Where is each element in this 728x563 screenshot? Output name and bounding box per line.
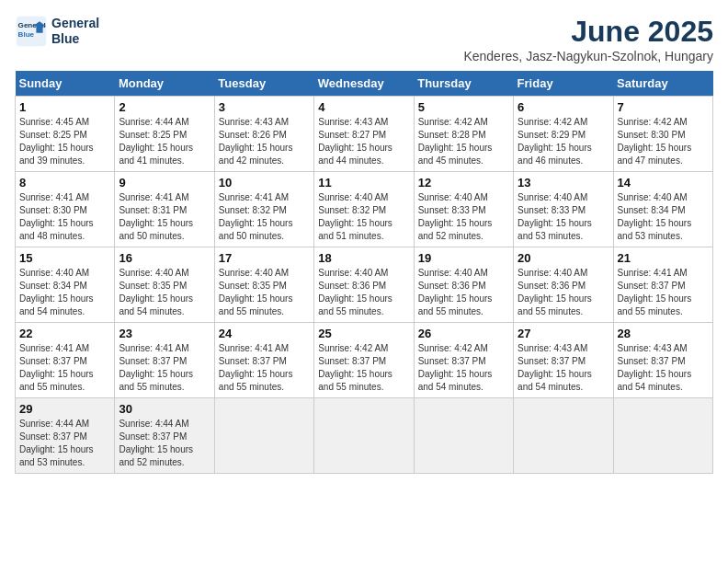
calendar-week-row: 15Sunrise: 4:40 AM Sunset: 8:34 PM Dayli… bbox=[16, 247, 713, 323]
day-number: 17 bbox=[219, 251, 310, 265]
day-number: 5 bbox=[418, 100, 509, 114]
day-number: 23 bbox=[119, 327, 210, 340]
calendar-day-cell: 25Sunrise: 4:42 AM Sunset: 8:37 PM Dayli… bbox=[314, 323, 414, 398]
calendar-day-cell: 24Sunrise: 4:41 AM Sunset: 8:37 PM Dayli… bbox=[214, 323, 313, 398]
weekday-header-sunday: Sunday bbox=[16, 71, 115, 97]
calendar-day-cell: 3Sunrise: 4:43 AM Sunset: 8:26 PM Daylig… bbox=[214, 97, 313, 172]
calendar-day-cell: 9Sunrise: 4:41 AM Sunset: 8:31 PM Daylig… bbox=[115, 172, 214, 247]
calendar-day-cell: 15Sunrise: 4:40 AM Sunset: 8:34 PM Dayli… bbox=[16, 247, 115, 323]
day-info: Sunrise: 4:41 AM Sunset: 8:37 PM Dayligh… bbox=[219, 342, 310, 394]
day-info: Sunrise: 4:40 AM Sunset: 8:34 PM Dayligh… bbox=[19, 267, 110, 318]
weekday-header-tuesday: Tuesday bbox=[214, 71, 313, 97]
day-number: 14 bbox=[618, 176, 709, 190]
calendar-day-cell: 27Sunrise: 4:43 AM Sunset: 8:37 PM Dayli… bbox=[514, 323, 613, 398]
day-info: Sunrise: 4:40 AM Sunset: 8:35 PM Dayligh… bbox=[219, 267, 310, 318]
day-info: Sunrise: 4:41 AM Sunset: 8:32 PM Dayligh… bbox=[219, 191, 310, 243]
day-info: Sunrise: 4:41 AM Sunset: 8:37 PM Dayligh… bbox=[618, 267, 709, 318]
day-info: Sunrise: 4:44 AM Sunset: 8:37 PM Dayligh… bbox=[19, 418, 110, 469]
calendar-day-cell: 8Sunrise: 4:41 AM Sunset: 8:30 PM Daylig… bbox=[16, 172, 115, 247]
day-number: 13 bbox=[518, 176, 609, 190]
day-info: Sunrise: 4:40 AM Sunset: 8:36 PM Dayligh… bbox=[518, 267, 609, 318]
day-number: 7 bbox=[618, 100, 709, 114]
day-number: 24 bbox=[219, 327, 310, 340]
day-info: Sunrise: 4:42 AM Sunset: 8:28 PM Dayligh… bbox=[418, 116, 509, 167]
day-info: Sunrise: 4:44 AM Sunset: 8:37 PM Dayligh… bbox=[119, 418, 210, 469]
day-info: Sunrise: 4:40 AM Sunset: 8:35 PM Dayligh… bbox=[119, 267, 210, 318]
day-number: 26 bbox=[418, 327, 509, 340]
day-number: 30 bbox=[119, 402, 210, 416]
weekday-header-monday: Monday bbox=[115, 71, 214, 97]
svg-text:Blue: Blue bbox=[18, 30, 35, 39]
day-info: Sunrise: 4:43 AM Sunset: 8:27 PM Dayligh… bbox=[318, 116, 409, 167]
calendar-day-cell: 7Sunrise: 4:42 AM Sunset: 8:30 PM Daylig… bbox=[613, 97, 712, 172]
day-number: 10 bbox=[219, 176, 310, 190]
header: General Blue General Blue June 2025 Kend… bbox=[15, 15, 713, 63]
calendar-day-cell: 13Sunrise: 4:40 AM Sunset: 8:33 PM Dayli… bbox=[514, 172, 613, 247]
calendar-day-cell: 16Sunrise: 4:40 AM Sunset: 8:35 PM Dayli… bbox=[115, 247, 214, 323]
day-number: 16 bbox=[119, 251, 210, 265]
month-title: June 2025 bbox=[463, 15, 713, 49]
logo-text: General Blue bbox=[51, 16, 99, 47]
calendar-day-cell: 10Sunrise: 4:41 AM Sunset: 8:32 PM Dayli… bbox=[214, 172, 313, 247]
day-info: Sunrise: 4:42 AM Sunset: 8:37 PM Dayligh… bbox=[418, 342, 509, 394]
calendar-day-cell: 22Sunrise: 4:41 AM Sunset: 8:37 PM Dayli… bbox=[16, 323, 115, 398]
day-info: Sunrise: 4:42 AM Sunset: 8:30 PM Dayligh… bbox=[618, 116, 709, 167]
day-number: 27 bbox=[518, 327, 609, 340]
calendar-day-cell: 2Sunrise: 4:44 AM Sunset: 8:25 PM Daylig… bbox=[115, 97, 214, 172]
title-area: June 2025 Kenderes, Jasz-Nagykun-Szolnok… bbox=[463, 15, 713, 63]
calendar-week-row: 1Sunrise: 4:45 AM Sunset: 8:25 PM Daylig… bbox=[16, 97, 713, 172]
calendar-day-cell: 20Sunrise: 4:40 AM Sunset: 8:36 PM Dayli… bbox=[514, 247, 613, 323]
calendar-day-cell: 11Sunrise: 4:40 AM Sunset: 8:32 PM Dayli… bbox=[314, 172, 414, 247]
day-info: Sunrise: 4:40 AM Sunset: 8:33 PM Dayligh… bbox=[418, 191, 509, 243]
day-info: Sunrise: 4:41 AM Sunset: 8:37 PM Dayligh… bbox=[119, 342, 210, 394]
day-number: 19 bbox=[418, 251, 509, 265]
calendar-day-cell: 21Sunrise: 4:41 AM Sunset: 8:37 PM Dayli… bbox=[613, 247, 712, 323]
day-number: 1 bbox=[19, 100, 110, 114]
day-info: Sunrise: 4:44 AM Sunset: 8:25 PM Dayligh… bbox=[119, 116, 210, 167]
day-info: Sunrise: 4:41 AM Sunset: 8:30 PM Dayligh… bbox=[19, 191, 110, 243]
logo: General Blue General Blue bbox=[15, 15, 99, 48]
location-subtitle: Kenderes, Jasz-Nagykun-Szolnok, Hungary bbox=[463, 49, 713, 63]
weekday-header-saturday: Saturday bbox=[613, 71, 712, 97]
calendar-day-cell: 5Sunrise: 4:42 AM Sunset: 8:28 PM Daylig… bbox=[414, 97, 513, 172]
calendar-day-cell: 18Sunrise: 4:40 AM Sunset: 8:36 PM Dayli… bbox=[314, 247, 414, 323]
day-info: Sunrise: 4:40 AM Sunset: 8:33 PM Dayligh… bbox=[518, 191, 609, 243]
calendar-day-cell: 1Sunrise: 4:45 AM Sunset: 8:25 PM Daylig… bbox=[16, 97, 115, 172]
calendar-table: SundayMondayTuesdayWednesdayThursdayFrid… bbox=[15, 71, 713, 474]
weekday-header-thursday: Thursday bbox=[414, 71, 513, 97]
calendar-day-cell: 17Sunrise: 4:40 AM Sunset: 8:35 PM Dayli… bbox=[214, 247, 313, 323]
day-number: 8 bbox=[19, 176, 110, 190]
calendar-day-cell: 19Sunrise: 4:40 AM Sunset: 8:36 PM Dayli… bbox=[414, 247, 513, 323]
day-info: Sunrise: 4:40 AM Sunset: 8:32 PM Dayligh… bbox=[318, 191, 409, 243]
calendar-day-cell: 4Sunrise: 4:43 AM Sunset: 8:27 PM Daylig… bbox=[314, 97, 414, 172]
day-number: 21 bbox=[618, 251, 709, 265]
calendar-day-cell: 23Sunrise: 4:41 AM Sunset: 8:37 PM Dayli… bbox=[115, 323, 214, 398]
weekday-header-friday: Friday bbox=[514, 71, 613, 97]
calendar-day-cell: 14Sunrise: 4:40 AM Sunset: 8:34 PM Dayli… bbox=[613, 172, 712, 247]
calendar-week-row: 29Sunrise: 4:44 AM Sunset: 8:37 PM Dayli… bbox=[16, 398, 713, 474]
calendar-day-cell bbox=[514, 398, 613, 474]
calendar-day-cell bbox=[414, 398, 513, 474]
calendar-day-cell: 6Sunrise: 4:42 AM Sunset: 8:29 PM Daylig… bbox=[514, 97, 613, 172]
calendar-day-cell bbox=[613, 398, 712, 474]
weekday-header-row: SundayMondayTuesdayWednesdayThursdayFrid… bbox=[16, 71, 713, 97]
logo-icon: General Blue bbox=[15, 15, 48, 48]
day-number: 4 bbox=[318, 100, 409, 114]
day-number: 25 bbox=[318, 327, 409, 340]
day-number: 2 bbox=[119, 100, 210, 114]
calendar-day-cell: 30Sunrise: 4:44 AM Sunset: 8:37 PM Dayli… bbox=[115, 398, 214, 474]
day-number: 12 bbox=[418, 176, 509, 190]
day-info: Sunrise: 4:40 AM Sunset: 8:36 PM Dayligh… bbox=[318, 267, 409, 318]
calendar-day-cell: 29Sunrise: 4:44 AM Sunset: 8:37 PM Dayli… bbox=[16, 398, 115, 474]
day-info: Sunrise: 4:43 AM Sunset: 8:26 PM Dayligh… bbox=[219, 116, 310, 167]
day-number: 28 bbox=[618, 327, 709, 340]
day-info: Sunrise: 4:42 AM Sunset: 8:37 PM Dayligh… bbox=[318, 342, 409, 394]
day-number: 6 bbox=[518, 100, 609, 114]
calendar-day-cell bbox=[214, 398, 313, 474]
calendar-week-row: 8Sunrise: 4:41 AM Sunset: 8:30 PM Daylig… bbox=[16, 172, 713, 247]
day-number: 11 bbox=[318, 176, 409, 190]
weekday-header-wednesday: Wednesday bbox=[314, 71, 414, 97]
day-number: 3 bbox=[219, 100, 310, 114]
day-number: 29 bbox=[19, 402, 110, 416]
calendar-week-row: 22Sunrise: 4:41 AM Sunset: 8:37 PM Dayli… bbox=[16, 323, 713, 398]
